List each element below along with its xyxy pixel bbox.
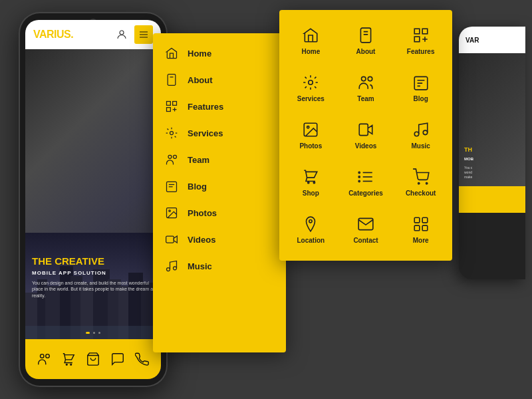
checkout-icon	[412, 168, 430, 186]
videos-icon	[357, 121, 374, 138]
grid-label-features: Features	[407, 48, 435, 55]
svg-point-46	[120, 31, 124, 35]
grid-item-videos[interactable]: Videos	[341, 114, 391, 156]
svg-point-66	[70, 364, 72, 365]
grid-item-shop[interactable]: Shop	[286, 162, 336, 203]
svg-rect-29	[422, 225, 428, 231]
phone-screen: VARIUS.	[25, 20, 161, 379]
photos-menu-icon	[165, 206, 178, 219]
partial-hero-text: You cwondmake	[464, 166, 472, 180]
grid-item-about[interactable]: About	[341, 20, 391, 62]
menu-label-features: Features	[188, 102, 223, 112]
team-icon	[357, 74, 374, 91]
nav-cart-icon[interactable]	[86, 352, 100, 366]
svg-point-16	[423, 130, 428, 135]
svg-point-21	[358, 176, 360, 178]
photos-icon	[302, 121, 319, 138]
hero-subtitle: MOBILE APP SOLUTION	[32, 270, 154, 276]
svg-point-15	[414, 132, 419, 136]
grid-label-checkout: Checkout	[406, 190, 436, 197]
music-menu-icon	[165, 259, 178, 273]
grid-item-blog[interactable]: Blog	[396, 67, 446, 109]
nav-phone-icon[interactable]	[135, 352, 150, 366]
svg-rect-43	[166, 236, 174, 243]
nav-shop-icon[interactable]	[61, 352, 76, 366]
music-icon	[412, 121, 430, 138]
grid-item-services[interactable]: Services	[286, 67, 336, 109]
home-menu-icon	[165, 47, 178, 60]
home-icon	[302, 27, 319, 44]
svg-point-63	[41, 354, 45, 358]
dot-active	[86, 332, 90, 334]
svg-point-6	[309, 80, 313, 85]
grid-item-categories[interactable]: Categories	[341, 162, 391, 203]
menu-item-features[interactable]: Features	[153, 93, 286, 120]
services-menu-icon	[165, 126, 178, 140]
hero-content: THE CREATIVE MOBILE APP SOLUTION You can…	[32, 256, 154, 299]
menu-item-home[interactable]: Home	[153, 40, 286, 66]
svg-point-45	[174, 267, 177, 270]
nav-users-icon[interactable]	[37, 352, 51, 366]
svg-point-8	[368, 76, 372, 81]
team-menu-icon	[165, 153, 178, 166]
menu-grid: Home About Features Services Team Blog	[286, 20, 446, 251]
svg-rect-5	[414, 37, 420, 42]
svg-point-64	[46, 354, 50, 358]
grid-label-more: More	[413, 237, 429, 244]
svg-rect-34	[167, 108, 171, 112]
menu-item-videos[interactable]: Videos	[153, 226, 286, 253]
dot-3	[98, 332, 100, 334]
nav-chat-icon[interactable]	[110, 352, 125, 366]
menu-item-about[interactable]: About	[153, 66, 286, 93]
user-icon[interactable]	[116, 29, 128, 41]
phone-bottom-nav	[25, 339, 161, 379]
grid-label-about: About	[356, 48, 376, 55]
phone-header-actions	[116, 25, 153, 44]
grid-item-contact[interactable]: Contact	[341, 209, 391, 251]
grid-item-photos[interactable]: Photos	[286, 114, 336, 156]
svg-point-7	[361, 76, 366, 81]
phone-hero: THE CREATIVE MOBILE APP SOLUTION You can…	[25, 49, 161, 339]
grid-item-features[interactable]: Features	[396, 20, 446, 62]
blog-menu-icon	[165, 180, 178, 193]
grid-label-shop: Shop	[303, 190, 319, 197]
menu-item-photos[interactable]: Photos	[153, 200, 286, 226]
svg-point-22	[358, 180, 360, 182]
grid-label-location: Location	[297, 237, 325, 244]
features-icon	[412, 27, 430, 44]
location-icon	[302, 215, 319, 233]
grid-label-categories: Categories	[348, 190, 383, 197]
svg-point-20	[358, 172, 360, 173]
hero-body: You can design and create, and build the…	[32, 280, 154, 299]
svg-point-42	[169, 210, 171, 212]
menu-item-services[interactable]: Services	[153, 120, 286, 146]
grid-item-more[interactable]: More	[396, 209, 446, 251]
grid-label-team: Team	[357, 95, 374, 102]
hamburger-button[interactable]	[134, 25, 153, 44]
grid-label-music: Music	[411, 142, 430, 150]
more-icon	[412, 215, 430, 233]
videos-menu-icon	[165, 233, 178, 246]
menu-item-blog[interactable]: Blog	[153, 173, 286, 200]
svg-point-35	[170, 132, 174, 135]
grid-item-checkout[interactable]: Checkout	[396, 162, 446, 203]
partial-hero-subtitle: MOB	[464, 157, 473, 161]
menu-label-team: Team	[188, 155, 209, 165]
partial-hero-title: TH	[464, 146, 472, 153]
grid-label-home: Home	[301, 48, 320, 55]
about-icon	[357, 27, 374, 44]
menu-item-team[interactable]: Team	[153, 146, 286, 173]
grid-item-team[interactable]: Team	[341, 67, 391, 109]
svg-point-23	[418, 183, 419, 184]
svg-rect-28	[414, 225, 420, 231]
phone-logo: VARIUS.	[33, 29, 73, 41]
grid-item-location[interactable]: Location	[286, 209, 336, 251]
menu-label-videos: Videos	[188, 235, 215, 245]
hero-dots	[25, 332, 161, 334]
grid-label-blog: Blog	[414, 95, 428, 102]
menu-item-music[interactable]: Music	[153, 253, 286, 279]
svg-point-65	[66, 364, 68, 365]
grid-item-music[interactable]: Music	[396, 114, 446, 156]
menu-label-about: About	[188, 75, 213, 85]
grid-item-home[interactable]: Home	[286, 20, 336, 62]
